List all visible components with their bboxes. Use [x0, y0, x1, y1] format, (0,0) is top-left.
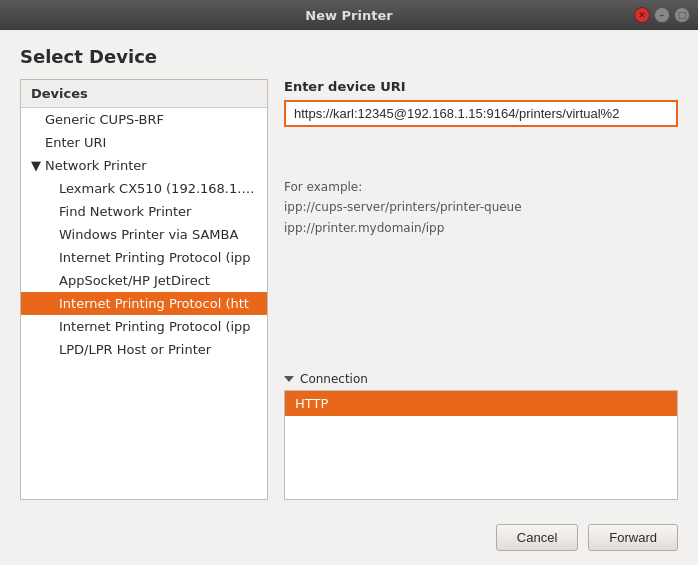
- bottom-bar: Cancel Forward: [0, 514, 698, 565]
- maximize-button[interactable]: □: [674, 7, 690, 23]
- right-panel: Enter device URI For example: ipp://cups…: [284, 79, 678, 500]
- list-item[interactable]: Generic CUPS-BRF: [21, 108, 267, 131]
- close-button[interactable]: ✕: [634, 7, 650, 23]
- main-area: Devices Generic CUPS-BRF Enter URI ▼ Net…: [20, 79, 678, 500]
- titlebar-title: New Printer: [305, 8, 392, 23]
- example-line2: ipp://printer.mydomain/ipp: [284, 218, 678, 238]
- forward-button[interactable]: Forward: [588, 524, 678, 551]
- connection-section: Connection HTTP: [284, 372, 678, 500]
- uri-input[interactable]: [284, 100, 678, 127]
- devices-panel: Devices Generic CUPS-BRF Enter URI ▼ Net…: [20, 79, 268, 500]
- list-item[interactable]: Windows Printer via SAMBA: [21, 223, 267, 246]
- example-label: For example:: [284, 177, 678, 197]
- connection-item-http[interactable]: HTTP: [285, 391, 677, 416]
- list-item[interactable]: LPD/LPR Host or Printer: [21, 338, 267, 361]
- list-item[interactable]: Internet Printing Protocol (ipp: [21, 246, 267, 269]
- devices-header: Devices: [21, 80, 267, 108]
- list-item[interactable]: Lexmark CX510 (192.168.1.25): [21, 177, 267, 200]
- list-item[interactable]: Find Network Printer: [21, 200, 267, 223]
- dialog-content: Select Device Devices Generic CUPS-BRF E…: [0, 30, 698, 514]
- group-label: Network Printer: [45, 158, 147, 173]
- list-item[interactable]: Enter URI: [21, 131, 267, 154]
- list-item-selected[interactable]: Internet Printing Protocol (htt: [21, 292, 267, 315]
- minimize-button[interactable]: –: [654, 7, 670, 23]
- list-item[interactable]: AppSocket/HP JetDirect: [21, 269, 267, 292]
- list-item[interactable]: Internet Printing Protocol (ipp: [21, 315, 267, 338]
- connection-list[interactable]: HTTP: [284, 390, 678, 500]
- uri-section: Enter device URI: [284, 79, 678, 127]
- example-block: For example: ipp://cups-server/printers/…: [284, 177, 678, 238]
- uri-label: Enter device URI: [284, 79, 678, 94]
- triangle-down-icon: [284, 376, 294, 382]
- titlebar: New Printer ✕ – □: [0, 0, 698, 30]
- cancel-button[interactable]: Cancel: [496, 524, 578, 551]
- example-line1: ipp://cups-server/printers/printer-queue: [284, 197, 678, 217]
- window-controls[interactable]: ✕ – □: [634, 7, 690, 23]
- network-printer-group[interactable]: ▼ Network Printer: [21, 154, 267, 177]
- page-title: Select Device: [20, 46, 678, 67]
- connection-label-text: Connection: [300, 372, 368, 386]
- triangle-icon: ▼: [31, 158, 41, 173]
- connection-label: Connection: [284, 372, 678, 386]
